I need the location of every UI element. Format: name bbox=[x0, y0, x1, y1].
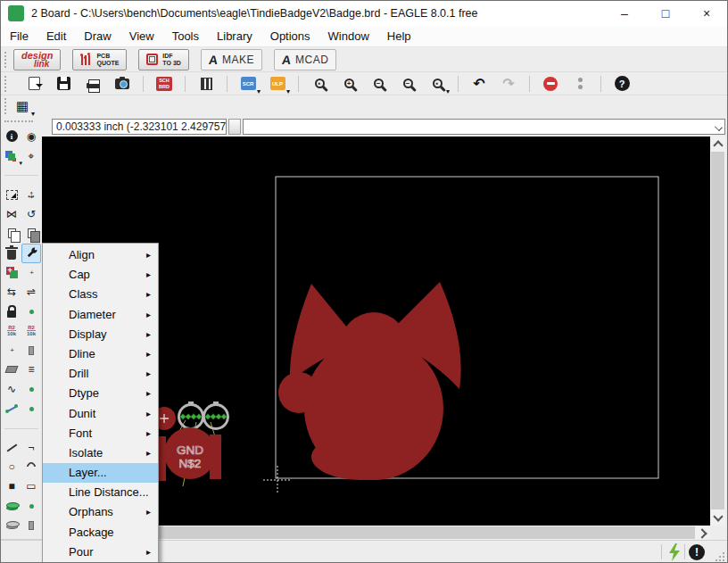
idf-to-3d-button[interactable]: IDFTO 3D bbox=[138, 49, 189, 70]
zoom-fit-button[interactable]: ▪ bbox=[310, 75, 328, 93]
run-script-button[interactable]: SCR ▾ bbox=[239, 75, 257, 93]
polygon-tool[interactable]: ▭ bbox=[21, 476, 41, 496]
smash-tool[interactable]: + bbox=[21, 263, 41, 283]
menu-item-package[interactable]: Package bbox=[43, 523, 158, 542]
move-tool[interactable]: ↔↕ bbox=[21, 185, 41, 204]
wire-tool[interactable] bbox=[2, 438, 21, 458]
delete-tool[interactable] bbox=[2, 244, 21, 263]
menu-item-align[interactable]: Align▸ bbox=[43, 245, 158, 265]
hole-tool[interactable] bbox=[2, 516, 21, 535]
palette-drag-handle[interactable] bbox=[4, 120, 33, 125]
info-tool[interactable]: i bbox=[2, 127, 21, 146]
switch-sch-brd-button[interactable]: SCHBRD bbox=[155, 75, 173, 93]
grid-button[interactable]: ▦ ▾ bbox=[13, 97, 31, 115]
vertical-scroll-thumb[interactable] bbox=[711, 152, 724, 509]
copy-tool[interactable] bbox=[2, 224, 21, 244]
zoom-in-button[interactable]: + bbox=[340, 75, 358, 93]
split-tool[interactable]: ≡ bbox=[21, 360, 41, 380]
meander-tool[interactable]: ∿ bbox=[2, 379, 21, 399]
value-tool[interactable]: R210k bbox=[21, 321, 41, 341]
export-image-button[interactable] bbox=[113, 75, 131, 93]
display-layers-tool[interactable]: ▾ bbox=[2, 146, 21, 166]
mcad-button[interactable]: A MCAD bbox=[274, 49, 336, 70]
name-tool[interactable]: R210k bbox=[2, 321, 21, 341]
resize-grip[interactable] bbox=[716, 552, 724, 561]
lock-tool[interactable] bbox=[2, 302, 21, 321]
via-dot-tool[interactable] bbox=[21, 496, 41, 516]
menu-item-layer-highlighted[interactable]: Layer... bbox=[43, 463, 158, 483]
via-tool[interactable] bbox=[2, 496, 21, 516]
menu-item-font[interactable]: Font▸ bbox=[43, 424, 158, 443]
ratsnest-tool[interactable] bbox=[21, 302, 41, 321]
show-tool[interactable]: ◉ bbox=[21, 127, 41, 146]
drc-lightning-icon[interactable] bbox=[667, 543, 682, 561]
errors-button[interactable]: ! bbox=[689, 544, 705, 560]
menu-item-dline[interactable]: Dline▸ bbox=[43, 344, 158, 364]
fox-head-polygon[interactable] bbox=[278, 282, 461, 480]
menu-item-orphans[interactable]: Orphans▸ bbox=[43, 502, 158, 522]
zoom-out-button[interactable]: − bbox=[369, 75, 387, 93]
scroll-right-icon[interactable] bbox=[697, 528, 707, 538]
run-ulp-button[interactable]: ULP ▾ bbox=[269, 75, 286, 93]
component-cluster[interactable]: GND N$2 bbox=[149, 402, 228, 486]
scroll-down-icon[interactable] bbox=[713, 511, 723, 521]
menu-item-drill[interactable]: Drill▸ bbox=[43, 364, 158, 384]
make-button[interactable]: A MAKE bbox=[201, 49, 262, 70]
menu-item-dunit[interactable]: Dunit▸ bbox=[43, 404, 158, 424]
vertical-scrollbar[interactable] bbox=[710, 137, 725, 526]
undo-button[interactable]: ↶ bbox=[470, 75, 488, 93]
menu-item-cap[interactable]: Cap▸ bbox=[43, 265, 158, 285]
command-input[interactable] bbox=[243, 119, 725, 135]
zoom-redraw-button[interactable]: ▪ ▾ bbox=[428, 75, 446, 93]
slab-tool[interactable] bbox=[21, 341, 41, 360]
menu-options[interactable]: Options bbox=[261, 26, 319, 46]
scroll-up-icon[interactable] bbox=[713, 140, 723, 150]
ripup-tool[interactable] bbox=[21, 399, 41, 418]
rect-tool[interactable]: ■ bbox=[2, 476, 21, 496]
menu-item-pour[interactable]: Pour▸ bbox=[43, 542, 158, 562]
replace-tool[interactable]: ⇌ bbox=[21, 282, 41, 302]
rotate-tool[interactable]: ↺ bbox=[21, 204, 41, 224]
menu-item-dtype[interactable]: Dtype▸ bbox=[43, 384, 158, 403]
chevron-down-icon[interactable] bbox=[715, 123, 723, 131]
toolbar-drag-handle[interactable] bbox=[4, 76, 8, 92]
mark-tool[interactable]: ⌖ bbox=[21, 146, 41, 166]
library-button[interactable] bbox=[197, 75, 215, 93]
toolbar-drag-handle[interactable] bbox=[4, 52, 8, 68]
pinswap-tool[interactable]: ⇆ bbox=[2, 282, 21, 302]
menu-draw[interactable]: Draw bbox=[75, 26, 120, 46]
group-tool[interactable] bbox=[2, 185, 21, 204]
menu-library[interactable]: Library bbox=[208, 26, 261, 46]
autoroute-tool[interactable] bbox=[21, 379, 41, 399]
save-button[interactable] bbox=[54, 75, 72, 93]
change-tool-active[interactable] bbox=[21, 244, 41, 263]
menu-file[interactable]: File bbox=[1, 26, 37, 46]
menu-item-line-distance[interactable]: Line Distance... bbox=[43, 483, 158, 502]
mirror-tool[interactable]: ⋈ bbox=[2, 204, 21, 224]
route-tool[interactable] bbox=[2, 399, 21, 418]
menu-item-isolate[interactable]: Isolate▸ bbox=[43, 443, 158, 463]
print-button[interactable] bbox=[84, 75, 102, 93]
coordinate-mode-button[interactable] bbox=[228, 119, 241, 135]
miter-tool[interactable] bbox=[2, 360, 21, 380]
pad-tool[interactable] bbox=[21, 516, 41, 535]
add-tool[interactable]: + bbox=[2, 263, 21, 283]
stop-button[interactable] bbox=[542, 75, 559, 93]
go-button[interactable] bbox=[571, 75, 589, 93]
maximize-button[interactable]: □ bbox=[645, 1, 686, 26]
menu-item-display[interactable]: Display▸ bbox=[43, 325, 158, 344]
pcb-quote-button[interactable]: PCBQUOTE bbox=[72, 49, 127, 70]
menu-window[interactable]: Window bbox=[319, 26, 378, 46]
paste-tool[interactable] bbox=[21, 224, 41, 244]
menu-view[interactable]: View bbox=[120, 26, 163, 46]
zoom-select-button[interactable]: − bbox=[399, 75, 417, 93]
minimize-button[interactable]: – bbox=[604, 1, 645, 26]
menu-tools[interactable]: Tools bbox=[163, 26, 208, 46]
circle-tool[interactable]: ○ bbox=[2, 458, 21, 477]
bend-tool[interactable]: ¬ bbox=[21, 438, 41, 458]
menu-help[interactable]: Help bbox=[378, 26, 420, 46]
redo-button[interactable]: ↷ bbox=[500, 75, 517, 93]
close-button[interactable]: × bbox=[686, 1, 727, 26]
open-button[interactable] bbox=[25, 75, 43, 93]
arc-tool[interactable] bbox=[21, 458, 41, 477]
